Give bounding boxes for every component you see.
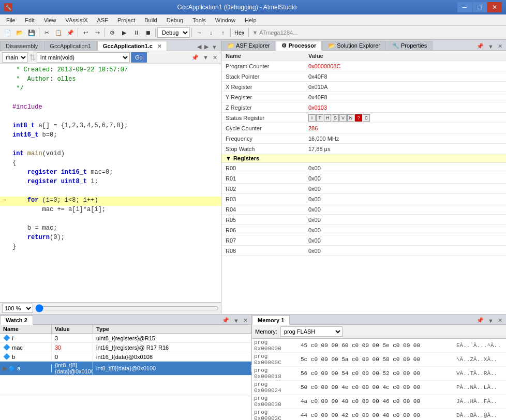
go-button[interactable]: Go [131, 52, 147, 63]
menu-item-project[interactable]: Project [113, 15, 139, 25]
debug-pause-btn[interactable]: ⏸ [130, 27, 142, 38]
tab-properties[interactable]: 🔧Properties [386, 41, 433, 50]
editor-expand-btn[interactable]: ▼ [201, 54, 210, 62]
menu-item-vassistx[interactable]: VAssistX [61, 15, 92, 25]
menu-item-debug[interactable]: Debug [162, 15, 187, 25]
code-editor[interactable]: * Created: 2013-09-22 10:57:07 * Author:… [0, 64, 221, 302]
menu-item-build[interactable]: Build [140, 15, 161, 25]
menu-item-asf[interactable]: ASF [93, 15, 112, 25]
reg-name: R05 [221, 216, 304, 224]
config-dropdown[interactable]: Debug [157, 27, 190, 38]
tab-asf-explorer[interactable]: 📁ASF Explorer [221, 41, 275, 50]
mem-pin-btn[interactable]: 📌 [475, 317, 485, 324]
device-label: ▼ ATmega1284... [250, 29, 300, 36]
main-area: Disassembly GccApplication1 GccApplicati… [0, 40, 506, 314]
mem-addr: prog 0x000030 [252, 395, 299, 408]
tab-disassembly[interactable]: Disassembly [0, 41, 43, 51]
func-select[interactable]: int main(void) [37, 52, 130, 63]
reg-name: R00 [221, 164, 304, 172]
new-btn[interactable]: 📄 [2, 27, 13, 38]
paste-btn[interactable]: 📌 [65, 27, 76, 38]
code-line: register uint8_t i; [0, 178, 221, 187]
watch-pin-btn[interactable]: 📌 [220, 317, 231, 324]
watch-empty-row [0, 376, 251, 396]
watch-row[interactable]: 🔷b0int16_t{data}@0x0108 [0, 352, 251, 362]
debug-start-btn[interactable]: ▶ [118, 27, 130, 38]
flag-box: T [316, 114, 323, 122]
code-line: mac += a[i]*a[i]; [0, 206, 221, 215]
tab-scroll-right[interactable]: ▶ [203, 43, 210, 51]
proc-row-value: 0x010A [304, 83, 332, 91]
code-line: int main(void) [0, 150, 221, 159]
close-button[interactable]: ✕ [487, 2, 502, 12]
debug-stop-btn[interactable]: ⏹ [142, 27, 154, 38]
proc-arrow-btn[interactable]: ▼ [486, 43, 495, 50]
processor-row: Cycle Counter286 [221, 123, 506, 133]
proc-row-value: 0x40F8 [304, 93, 332, 101]
tab-close-icon[interactable]: ✕ [157, 43, 161, 49]
menu-item-help[interactable]: Help [241, 15, 261, 25]
code-line [0, 215, 221, 224]
step-out-btn[interactable]: ↑ [217, 27, 229, 38]
menu-item-edit[interactable]: Edit [21, 15, 39, 25]
code-line: register int16_t mac=0; [0, 169, 221, 178]
watch-arrow-btn[interactable]: ▼ [232, 317, 241, 324]
memory-type-select[interactable]: prog FLASH [280, 326, 343, 337]
proc-row-value: 0x0103 [304, 103, 331, 112]
mem-arrow-btn[interactable]: ▼ [486, 317, 495, 324]
reg-value: 0x00 [304, 247, 325, 255]
redo-btn[interactable]: ↪ [92, 27, 103, 38]
watch-var-name: b [12, 354, 15, 360]
step-into-btn[interactable]: ↓ [205, 27, 217, 38]
watch-value-cell: 3 [52, 335, 93, 342]
h-scrollbar[interactable] [35, 305, 219, 312]
editor-close-btn[interactable]: ✕ [211, 54, 219, 62]
copy-btn[interactable]: 📋 [53, 27, 64, 38]
menu-item-tools[interactable]: Tools [188, 15, 210, 25]
nav-arrows: ⇅ [29, 53, 36, 63]
editor-pin-btn[interactable]: 📌 [190, 54, 200, 62]
sep7 [248, 28, 249, 37]
watch-name-cell: 🔷mac [0, 343, 52, 351]
memory-tab-bar: Memory 1 📌 ▼ ✕ [252, 314, 506, 325]
mem-bytes: 50 c0 00 00 4e c0 00 00 4c c0 00 00 [299, 384, 454, 391]
tab-list-btn[interactable]: ▼ [210, 43, 219, 51]
proc-close-btn[interactable]: ✕ [496, 42, 504, 50]
mem-chars: JÀ..HÀ..FÀ.. [454, 398, 506, 405]
memory-panel-tab[interactable]: Memory 1 [252, 316, 290, 325]
cut-btn[interactable]: ✂ [41, 27, 52, 38]
menu-item-window[interactable]: Window [211, 15, 240, 25]
register-row: R020x00 [221, 184, 506, 194]
build-btn[interactable]: ⚙ [107, 27, 118, 38]
app-icon: 🔧 [4, 3, 12, 11]
maximize-button[interactable]: □ [472, 2, 487, 12]
watch-row[interactable]: ▶🔷a{int8_t[8]{data}@0x0100int8_t[8]{data… [0, 362, 251, 376]
registers-section[interactable]: ▼Registers [221, 154, 506, 163]
scope-select[interactable]: main [2, 52, 28, 63]
menu-bar: FileEditViewVAssistXASFProjectBuildDebug… [0, 14, 506, 26]
code-text: b = mac; [10, 224, 57, 232]
tab-processor[interactable]: ⚙Processor [276, 41, 322, 51]
step-over-btn[interactable]: → [194, 27, 205, 38]
zoom-select[interactable]: 100 % [2, 304, 33, 313]
register-row: R060x00 [221, 225, 506, 235]
open-btn[interactable]: 📂 [14, 27, 25, 38]
tab-scroll-left[interactable]: ◀ [196, 43, 203, 51]
watch-panel-tab[interactable]: Watch 2 [0, 316, 33, 325]
mem-close-btn[interactable]: ✕ [496, 317, 504, 324]
undo-btn[interactable]: ↩ [80, 27, 91, 38]
menu-item-view[interactable]: View [40, 15, 61, 25]
expand-icon[interactable]: ▶ [3, 365, 7, 372]
tab-gccapplication1c[interactable]: GccApplication1.c ✕ [97, 41, 167, 51]
minimize-button[interactable]: ─ [457, 2, 472, 12]
watch-close-btn[interactable]: ✕ [242, 317, 249, 324]
watch-row[interactable]: 🔷mac30int16_t{registers}@ R17 R16 [0, 343, 251, 352]
reg-value: 0x00 [304, 236, 325, 245]
menu-item-file[interactable]: File [2, 15, 20, 25]
proc-pin-btn[interactable]: 📌 [475, 42, 485, 50]
flag-box: C [363, 114, 370, 122]
tab-solution-explorer[interactable]: 📂Solution Explorer [322, 41, 386, 50]
watch-row[interactable]: 🔷i3uint8_t{registers}@R15 [0, 334, 251, 343]
tab-gccapplication1[interactable]: GccApplication1 [44, 41, 97, 51]
save-btn[interactable]: 💾 [26, 27, 37, 38]
